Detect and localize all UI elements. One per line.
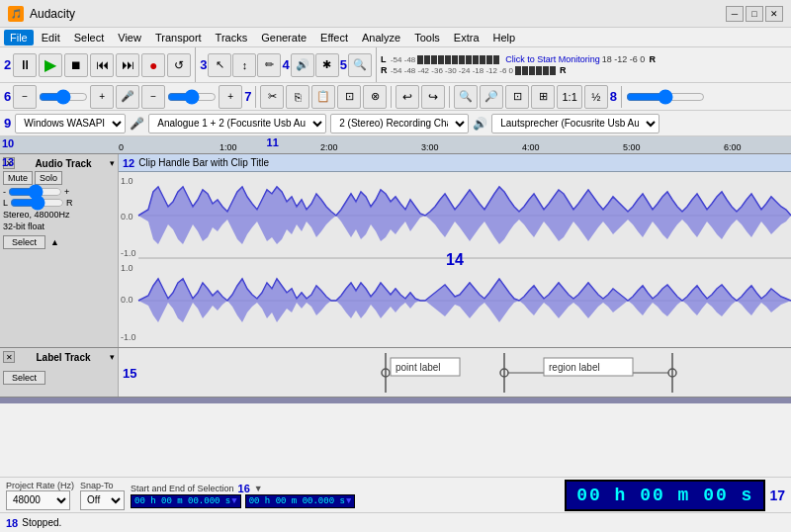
time-val-1: 00 h 00 m 00.000 s xyxy=(134,496,230,506)
menu-tracks[interactable]: Tracks xyxy=(210,30,254,45)
zoom-out-btn[interactable]: 🔎 xyxy=(480,85,503,109)
audio-track-expand-btn[interactable]: ▲ xyxy=(50,237,59,247)
record-button[interactable]: ● xyxy=(141,53,165,77)
label-track-close-btn[interactable]: ✕ xyxy=(3,351,15,363)
solo-button[interactable]: Solo xyxy=(35,171,62,185)
snap-to-select[interactable]: Off xyxy=(80,490,125,510)
volume-down-btn[interactable]: − xyxy=(13,85,37,109)
vu-seg xyxy=(417,55,423,64)
redo-btn[interactable]: ↪ xyxy=(421,85,445,109)
sep2 xyxy=(391,86,392,108)
menu-view[interactable]: View xyxy=(112,30,147,45)
track-header: ✕ Audio Track ▾ xyxy=(3,157,115,169)
skip-end-button[interactable]: ⏭ xyxy=(116,53,139,77)
draw-tool-button[interactable]: ✏ xyxy=(257,53,281,77)
start-monitoring-button[interactable]: Click to Start Monitoring xyxy=(505,54,600,64)
vu-top-row: L -54 -48 Click to Star xyxy=(381,54,787,64)
menu-tools[interactable]: Tools xyxy=(408,30,446,45)
menu-select[interactable]: Select xyxy=(68,30,111,45)
volume-down2-btn[interactable]: − xyxy=(141,85,165,109)
menu-help[interactable]: Help xyxy=(487,30,522,45)
zoom-tool-button[interactable]: 🔍 xyxy=(348,53,372,77)
gain-min-label: - xyxy=(3,187,6,197)
main-time-value: 00 h 00 m 00 s xyxy=(576,486,753,505)
play-button[interactable]: ▶ xyxy=(39,53,62,77)
maximize-button[interactable]: □ xyxy=(746,6,763,22)
menu-effect[interactable]: Effect xyxy=(314,30,354,45)
volume-up2-btn[interactable]: + xyxy=(219,85,242,109)
menu-generate[interactable]: Generate xyxy=(255,30,312,45)
trim-btn[interactable]: ⊡ xyxy=(337,85,361,109)
skip-start-button[interactable]: ⏮ xyxy=(90,53,114,77)
close-button[interactable]: ✕ xyxy=(765,6,783,22)
select-tool-button[interactable]: ↖ xyxy=(208,53,231,77)
paste-btn[interactable]: 📋 xyxy=(311,85,335,109)
input-volume-slider[interactable] xyxy=(167,91,217,103)
stop-button[interactable]: ⏹ xyxy=(64,53,88,77)
pause-button[interactable]: ⏸ xyxy=(13,53,37,77)
copy-btn[interactable]: ⎘ xyxy=(286,85,309,109)
volume-up-btn[interactable]: + xyxy=(90,85,114,109)
device-bar: 9 Windows WASAPI 🎤 Analogue 1 + 2 (Focus… xyxy=(0,111,791,136)
time-input-2[interactable]: 00 h 00 m 00.000 s ▼ xyxy=(245,494,356,508)
input-device-select[interactable]: Analogue 1 + 2 (Focusrite Usb Audio) xyxy=(148,114,326,133)
label-track-collapse-btn[interactable]: ▾ xyxy=(110,352,115,362)
time-input-1[interactable]: 00 h 00 m 00.000 s ▼ xyxy=(131,494,241,508)
badge-9: 9 xyxy=(4,116,11,131)
menu-file[interactable]: File xyxy=(4,30,34,45)
zoom-half-btn[interactable]: ½ xyxy=(584,85,608,109)
selection-arrow: ▼ xyxy=(254,484,263,493)
main-time-display-section: 00 h 00 m 00 s 17 xyxy=(565,480,785,511)
menu-analyze[interactable]: Analyze xyxy=(356,30,406,45)
pan-left-label: L xyxy=(3,198,8,208)
loop-button[interactable]: ↺ xyxy=(167,53,191,77)
mute-button[interactable]: Mute xyxy=(3,171,33,185)
undo-btn[interactable]: ↩ xyxy=(396,85,419,109)
tracks-container: 13 ✕ Audio Track ▾ Mute Solo - + L xyxy=(0,154,791,477)
envelope-tool-button[interactable]: ↕ xyxy=(232,53,256,77)
label-track-header: ✕ Label Track ▾ xyxy=(3,351,115,363)
silence-btn[interactable]: ⊗ xyxy=(363,85,387,109)
label-track-select-btn[interactable]: Select xyxy=(3,371,45,385)
app-window: 🎵 Audacity ─ □ ✕ File Edit Select View T… xyxy=(0,0,791,532)
fit-track-btn[interactable]: ⊞ xyxy=(531,85,555,109)
selection-section: Start and End of Selection 16 ▼ 00 h 00 … xyxy=(131,483,355,508)
menu-edit[interactable]: Edit xyxy=(36,30,66,45)
project-rate-select[interactable]: 48000 xyxy=(6,490,70,510)
zoom-slider[interactable] xyxy=(626,91,705,103)
svg-text:region label: region label xyxy=(549,362,600,373)
ruler-300: 3:00 xyxy=(421,142,439,152)
cut-btn[interactable]: ✂ xyxy=(260,85,284,109)
label-track-name: Label Track xyxy=(36,352,90,363)
audio-track-name: Audio Track xyxy=(35,158,91,169)
volume-tool-button[interactable]: 🔊 xyxy=(291,53,314,77)
vu-seg xyxy=(522,66,528,75)
menu-extra[interactable]: Extra xyxy=(448,30,485,45)
fit-project-btn[interactable]: ⊡ xyxy=(505,85,529,109)
host-select[interactable]: Windows WASAPI xyxy=(15,114,126,133)
mic-icon-btn[interactable]: 🎤 xyxy=(116,85,139,109)
svg-text:1.0: 1.0 xyxy=(121,263,133,273)
audio-track-select-btn[interactable]: Select xyxy=(3,235,45,249)
zoom-in-btn[interactable]: 🔍 xyxy=(454,85,478,109)
vu-seg xyxy=(480,55,485,64)
ruler-200: 2:00 xyxy=(320,142,338,152)
minimize-button[interactable]: ─ xyxy=(726,6,744,22)
lr-label-r2: R xyxy=(560,65,568,75)
output-volume-slider[interactable] xyxy=(39,91,88,103)
channel-select[interactable]: 2 (Stereo) Recording Chann xyxy=(330,114,469,133)
label-track: ✕ Label Track ▾ Select 15 point label xyxy=(0,348,791,398)
pan-slider[interactable] xyxy=(10,199,64,207)
lr-label-left: L xyxy=(381,54,389,64)
clip-handle-title: Clip Handle Bar with Clip Title xyxy=(138,157,269,168)
audio-track-collapse-btn[interactable]: ▾ xyxy=(110,158,115,168)
vu-seg xyxy=(550,66,556,75)
output-device-select[interactable]: Lautsprecher (Focusrite Usb Audio) xyxy=(491,114,659,133)
menu-transport[interactable]: Transport xyxy=(149,30,208,45)
pan-row: L R xyxy=(3,198,115,208)
resize-bar[interactable] xyxy=(0,398,791,403)
multi-tool-button[interactable]: ✱ xyxy=(315,53,339,77)
vu-seg xyxy=(486,55,492,64)
vu-seg xyxy=(466,55,472,64)
zoom-norm-btn[interactable]: 1:1 xyxy=(557,85,581,109)
